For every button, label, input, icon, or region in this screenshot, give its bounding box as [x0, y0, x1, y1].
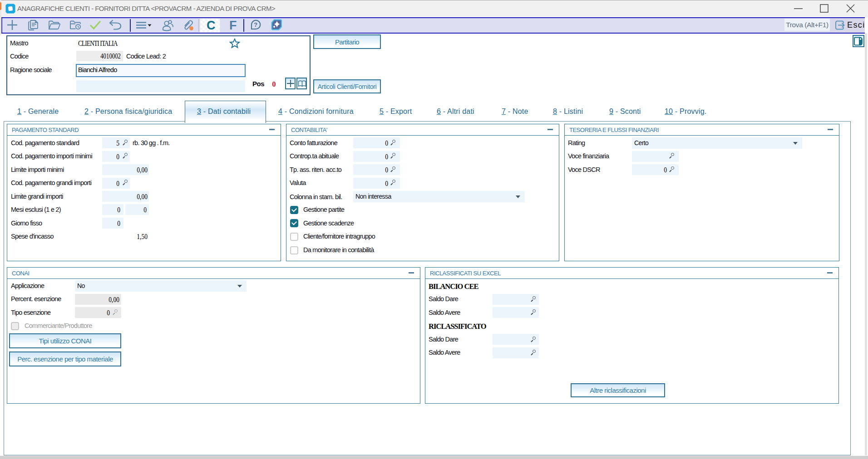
svg-text:?: ? — [254, 21, 257, 28]
svg-text:F: F — [229, 19, 237, 32]
svg-text:C: C — [207, 19, 216, 32]
